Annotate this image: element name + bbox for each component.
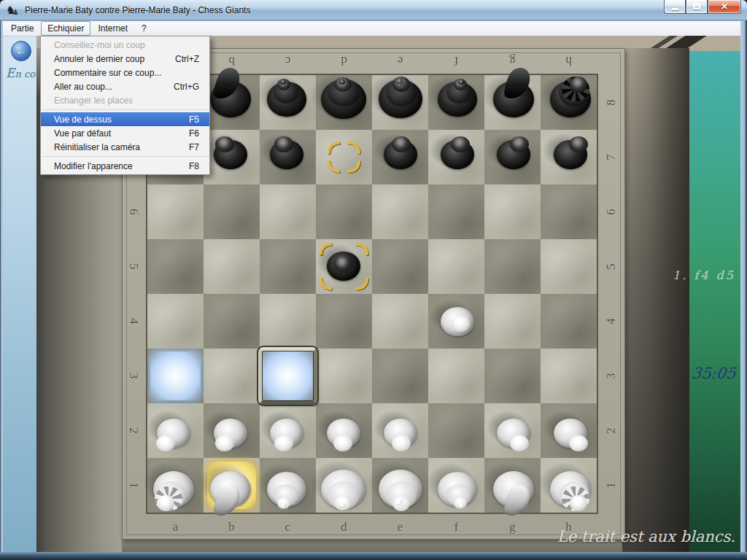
file-label-bottom-a: a [147, 518, 204, 537]
menu-item-annuler-le-dernier-coup[interactable]: Annuler le dernier coupCtrl+Z [41, 52, 209, 66]
menu-item-conseillez-moi-un-coup: Conseillez-moi un coup [41, 38, 209, 52]
left-toolbar: ← En cou [3, 36, 36, 552]
menu-item-echanger-les-places: Echanger les places [41, 93, 209, 107]
file-label-top-h: h [541, 51, 597, 70]
file-label-top-g: g [484, 51, 541, 70]
menu-item-r-initialiser-la-cam-ra[interactable]: Réinitialiser la caméraF7 [41, 140, 209, 154]
app-window: ♞ ♟ Pierre-Marie Baty contre Pierre-Mari… [0, 0, 747, 560]
echiquier-menu-popup: Conseillez-moi un coupAnnuler le dernier… [40, 36, 210, 175]
turn-status: Le trait est aux blancs. [557, 528, 735, 545]
file-label-top-e: e [372, 51, 428, 70]
file-label-bottom-g: g [484, 518, 541, 537]
menu-separator [42, 156, 208, 157]
minimize-button[interactable] [664, 0, 686, 14]
menu-item-commentaire-sur-ce-coup-[interactable]: Commentaire sur ce coup... [41, 66, 209, 79]
close-icon: ✕ [721, 2, 728, 11]
close-button[interactable]: ✕ [708, 0, 741, 14]
minimize-icon [672, 8, 678, 10]
file-label-bottom-d: d [316, 518, 372, 537]
side-panel [689, 51, 740, 552]
menu-item-vue-par-d-faut[interactable]: Vue par défautF6 [41, 126, 209, 140]
file-label-bottom-f: f [428, 518, 484, 537]
move-list: 1. f4 d5 [673, 268, 735, 282]
game-clock: 35:05 [691, 365, 737, 382]
file-label-bottom-e: e [372, 518, 428, 537]
file-label-bottom-b: b [204, 518, 260, 537]
menu-item-modifier-l-apparence[interactable]: Modifier l'apparenceF8 [41, 159, 209, 173]
maximize-icon [693, 4, 700, 9]
file-label-top-d: d [316, 51, 372, 70]
back-button[interactable]: ← [11, 41, 31, 61]
menu-item-aller-au-coup-[interactable]: Aller au coup...Ctrl+G [41, 79, 209, 93]
file-label-bottom-c: c [260, 518, 316, 537]
file-label-top-c: c [260, 51, 316, 70]
window-controls: ✕ [664, 0, 741, 14]
maximize-button[interactable] [686, 0, 708, 14]
table-bottom [122, 538, 622, 552]
game-status-label: En cou [6, 66, 36, 80]
menu-separator [42, 109, 208, 110]
window-border-bottom [0, 552, 747, 560]
menu-item-vue-de-dessus[interactable]: Vue de dessusF5 [41, 112, 209, 126]
file-label-top-f: f [428, 51, 484, 70]
